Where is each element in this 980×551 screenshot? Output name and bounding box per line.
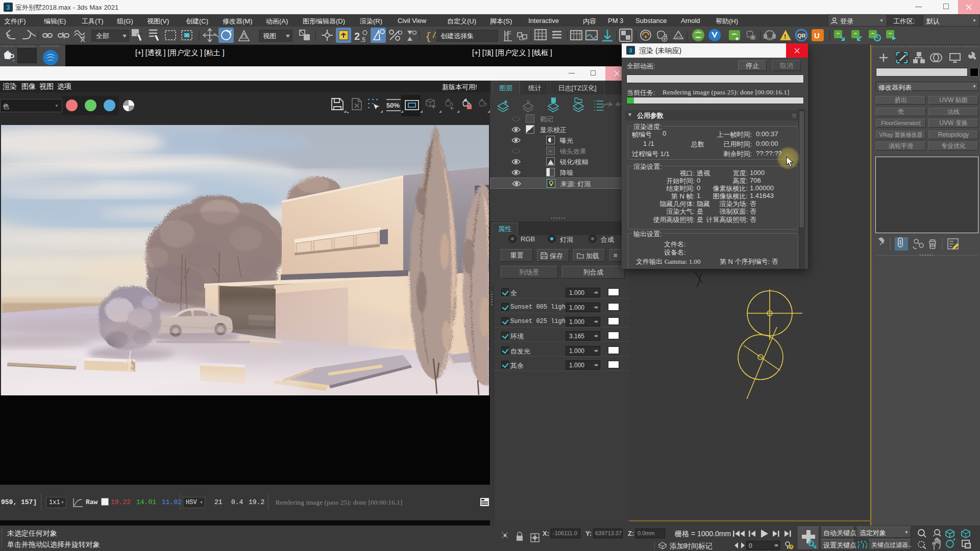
svg-text:QR: QR <box>797 33 806 39</box>
svg-text:全部: 全部 <box>96 32 109 40</box>
svg-text:U: U <box>814 31 820 40</box>
svg-text:50%: 50% <box>386 102 400 109</box>
svg-text:2: 2 <box>354 31 360 42</box>
svg-text:视图: 视图 <box>263 32 276 40</box>
svg-text:3: 3 <box>7 4 10 11</box>
svg-text:{: { <box>425 31 431 43</box>
svg-text:创建选择集: 创建选择集 <box>440 32 474 40</box>
svg-text:3: 3 <box>629 47 632 54</box>
svg-text:.5: .5 <box>360 36 365 43</box>
svg-text:!: ! <box>784 33 786 40</box>
